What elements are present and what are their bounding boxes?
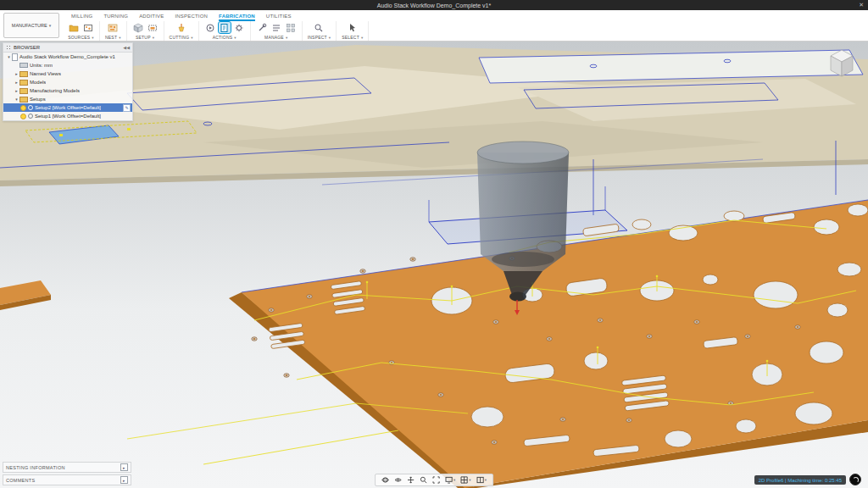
expand-panel-icon[interactable]: ▸ <box>120 463 128 471</box>
close-icon[interactable]: ✕ <box>859 0 864 10</box>
cutting-torch-icon[interactable] <box>175 22 187 33</box>
group-sources: SOURCES▾ <box>63 21 100 41</box>
folder-icon <box>19 80 28 86</box>
browser-item-models[interactable]: ▸ Models <box>3 78 132 86</box>
workspace-switcher[interactable]: MANUFACTURE ▾ <box>3 13 59 38</box>
tab-milling[interactable]: MILLING <box>71 10 92 21</box>
document-title: Audio Stack Workflow Demo_Complete v1* <box>377 3 491 8</box>
group-manage: MANAGE▾ <box>251 21 303 41</box>
job-status-icon[interactable] <box>849 474 861 485</box>
group-cutting: CUTTING▾ <box>164 21 199 41</box>
tab-fabrication[interactable]: FABRICATION <box>219 10 255 21</box>
view-navigation-bar: ▾ ▾ ▾ <box>375 474 493 486</box>
browser-item-setups[interactable]: ▾ Setups <box>3 95 132 103</box>
visibility-bulb-icon[interactable] <box>20 105 26 111</box>
nest-icon[interactable] <box>107 22 119 33</box>
gear-icon[interactable] <box>233 22 245 33</box>
simulate-icon[interactable] <box>204 22 216 33</box>
caret-icon[interactable]: ▸ <box>14 71 19 76</box>
nest-label[interactable]: NEST▾ <box>105 35 121 40</box>
viewports-icon[interactable]: ▾ <box>476 476 487 484</box>
sheet-source-icon[interactable] <box>82 22 94 33</box>
machining-status: 2D Profile6 | Machining time: 0:25:45 <box>754 475 846 485</box>
setup-gear-icon <box>28 114 33 119</box>
ribbon-groups: SOURCES▾ NEST▾ <box>63 21 868 41</box>
bottom-left-panels: NESTING INFORMATION ▸ COMMENTS ▸ <box>3 462 131 485</box>
folder-icon[interactable] <box>68 22 80 33</box>
ribbon-tabs: MILLING TURNING ADDITIVE INSPECTION FABR… <box>63 10 868 21</box>
tab-additive[interactable]: ADDITIVE <box>139 10 164 21</box>
fit-icon[interactable] <box>432 476 440 484</box>
edit-setup-icon[interactable]: ✎ <box>123 104 131 112</box>
tab-inspection[interactable]: INSPECTION <box>175 10 208 21</box>
manage-label[interactable]: MANAGE▾ <box>264 35 287 40</box>
units-icon <box>19 63 28 68</box>
browser-item-units[interactable]: Units: mm <box>3 61 132 69</box>
group-inspect: INSPECT▾ <box>303 21 337 41</box>
actions-label[interactable]: ACTIONS▾ <box>213 35 236 40</box>
nesting-information-panel[interactable]: NESTING INFORMATION ▸ <box>3 462 131 473</box>
browser-header[interactable]: BROWSER ◀◀ <box>3 43 132 53</box>
cutting-label[interactable]: CUTTING▾ <box>170 35 193 40</box>
setup-gear-icon <box>28 105 33 110</box>
sources-label[interactable]: SOURCES▾ <box>68 35 94 40</box>
expand-panel-icon[interactable]: ▸ <box>120 476 128 484</box>
post-process-icon[interactable] <box>219 22 231 33</box>
browser-item-named-views[interactable]: ▸ Named Views <box>3 69 132 78</box>
inspect-label[interactable]: INSPECT▾ <box>308 35 331 40</box>
setup-cube-icon[interactable] <box>132 22 144 33</box>
tool-library-icon[interactable] <box>256 22 268 33</box>
title-bar: Audio Stack Workflow Demo_Complete v1* ✕ <box>0 0 868 10</box>
comments-panel[interactable]: COMMENTS ▸ <box>3 474 131 485</box>
browser-panel: BROWSER ◀◀ ▾ Audio Stack Workflow Demo_C… <box>3 42 133 121</box>
group-select: SELECT▾ <box>337 21 369 41</box>
caret-icon[interactable]: ▾ <box>6 54 12 59</box>
browser-item-setup1[interactable]: Setup1 [Work Offset=Default] <box>3 112 132 120</box>
folder-icon <box>19 71 28 77</box>
drag-handle-icon <box>6 45 11 50</box>
pan-icon[interactable] <box>407 476 415 484</box>
tab-turning[interactable]: TURNING <box>103 10 128 21</box>
document-icon <box>12 53 18 61</box>
viewcube[interactable] <box>822 44 861 83</box>
display-settings-icon[interactable]: ▾ <box>445 476 455 484</box>
select-label[interactable]: SELECT▾ <box>342 35 363 40</box>
folder-icon <box>19 88 28 94</box>
setup-label[interactable]: SETUP▾ <box>136 35 154 40</box>
task-list-icon[interactable] <box>270 22 282 33</box>
ribbon: MANUFACTURE ▾ MILLING TURNING ADDITIVE I… <box>0 10 868 42</box>
collapse-panel-icon[interactable]: ◀◀ <box>123 45 130 50</box>
browser-item-manufacturing-models[interactable]: ▸ Manufacturing Models <box>3 86 132 95</box>
zoom-icon[interactable] <box>420 476 427 484</box>
group-actions: ACTIONS▾ <box>199 21 251 41</box>
group-nest: NEST▾ <box>100 21 127 41</box>
caret-icon[interactable]: ▾ <box>14 97 19 102</box>
browser-item-root[interactable]: ▾ Audio Stack Workflow Demo_Complete v1 <box>3 53 132 61</box>
folder-icon <box>19 97 28 103</box>
caret-icon[interactable]: ▸ <box>14 80 19 85</box>
visibility-bulb-icon[interactable] <box>20 114 26 119</box>
orbit-icon[interactable] <box>381 476 389 484</box>
grid-icon[interactable]: ▾ <box>460 476 470 484</box>
look-at-icon[interactable] <box>394 476 402 484</box>
pattern-icon[interactable] <box>285 22 297 33</box>
group-setup: SETUP▾ <box>127 21 164 41</box>
stock-icon[interactable] <box>147 22 159 33</box>
caret-icon[interactable]: ▸ <box>14 88 19 93</box>
cursor-icon[interactable] <box>347 22 359 33</box>
chevron-down-icon: ▾ <box>49 23 52 28</box>
browser-item-setup2[interactable]: Setup2 [Work Offset=Default] ✎ <box>3 103 132 112</box>
tab-utilities[interactable]: UTILITIES <box>266 10 292 21</box>
inspect-magnifier-icon[interactable] <box>313 22 325 33</box>
